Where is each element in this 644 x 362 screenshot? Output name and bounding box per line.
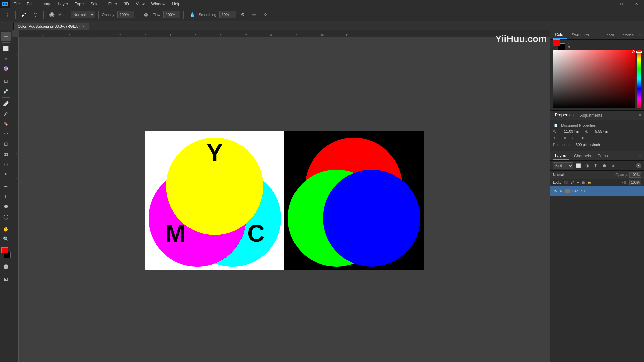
resolution-row: Resolution: 300 pixels/inch	[553, 143, 641, 147]
toolbar-divider-5	[183, 11, 184, 19]
dodge-tool[interactable]: ☀	[1, 169, 11, 179]
fill-input[interactable]	[629, 180, 641, 185]
menu-help[interactable]: Help	[169, 0, 184, 8]
swap-colors-icon[interactable]: ⇌	[568, 41, 571, 44]
x-label: X:	[553, 136, 561, 140]
shape-tool[interactable]: ◯	[1, 212, 11, 221]
pressure-opacity-icon[interactable]: ◎	[141, 10, 151, 19]
tab-filename: Color_AddSub.png @ 33.3% (RGB/8)	[18, 24, 80, 28]
blur-tool[interactable]: ◌	[1, 159, 11, 169]
menu-3d[interactable]: 3D	[120, 0, 132, 8]
wand-tool[interactable]: 🔮	[1, 64, 11, 73]
heal-tool[interactable]: 🩹	[1, 99, 11, 108]
layers-tab[interactable]: Layers	[553, 152, 569, 160]
color-header: Color Swatches Learn Libraries ≡	[550, 30, 644, 40]
path-tool[interactable]: ⬟	[1, 202, 11, 211]
adjustments-tab[interactable]: Adjustments	[578, 112, 604, 119]
width-value: 11.097 in	[564, 129, 579, 133]
lasso-tool[interactable]: ⌖	[1, 54, 11, 63]
document-tab[interactable]: Color_AddSub.png @ 33.3% (RGB/8) ✕	[13, 23, 89, 30]
minimize-button[interactable]: ─	[599, 0, 614, 8]
menu-file[interactable]: File	[10, 0, 23, 8]
learn-link[interactable]: Learn	[605, 33, 614, 37]
move-tool-icon[interactable]: ⊹	[3, 10, 12, 19]
menu-view[interactable]: View	[132, 0, 148, 8]
lock-image-icon[interactable]: 🖌	[571, 181, 574, 184]
color-picker-gradient[interactable]	[553, 50, 635, 108]
filter-type-icon[interactable]: T	[592, 162, 599, 169]
menu-window[interactable]: Window	[148, 0, 169, 8]
menu-filter[interactable]: Filter	[105, 0, 121, 8]
filter-toggle[interactable]: ●	[636, 163, 641, 168]
lock-artboard-icon[interactable]: ⊞	[582, 181, 585, 184]
flow-input[interactable]	[163, 11, 180, 18]
ps-icon: Ps	[2, 2, 8, 6]
restore-button[interactable]: □	[614, 0, 629, 8]
color-spectrum-bar[interactable]	[637, 50, 641, 108]
filter-adjustment-icon[interactable]: ◑	[583, 162, 591, 169]
y-label: Y:	[571, 136, 579, 140]
history-brush-tool[interactable]: ↩	[1, 129, 11, 138]
color-panel-menu-icon[interactable]: ≡	[639, 33, 641, 37]
foreground-color-chip[interactable]	[1, 247, 8, 253]
channels-tab[interactable]: Channels	[572, 152, 593, 160]
screen-mode-tool[interactable]: ⬕	[1, 274, 11, 284]
layers-menu-icon[interactable]: ≡	[639, 154, 641, 158]
menu-select[interactable]: Select	[87, 0, 105, 8]
symmetry-icon[interactable]: ⟡	[261, 10, 270, 19]
brush-settings-icon[interactable]: 🔘	[47, 10, 56, 19]
properties-content: 📄 Document Properties W: 11.097 in H: 5.…	[550, 120, 644, 151]
menu-layer[interactable]: Layer	[55, 0, 71, 8]
filter-shape-icon[interactable]: ⬟	[601, 162, 608, 169]
libraries-link[interactable]: Libraries	[620, 33, 634, 37]
filter-smart-icon[interactable]: ◈	[609, 162, 617, 169]
lock-position-icon[interactable]: ✛	[577, 181, 579, 184]
properties-tab[interactable]: Properties	[553, 111, 576, 119]
opacity-input[interactable]	[117, 11, 134, 18]
layer-visibility-icon[interactable]: 👁	[553, 188, 558, 194]
smoothing-input[interactable]	[219, 11, 236, 18]
brush-preset-icon[interactable]: ⬡	[31, 10, 40, 19]
mode-select[interactable]: Normal Dissolve Multiply Screen	[71, 11, 95, 18]
menu-edit[interactable]: Edit	[23, 0, 37, 8]
brush-tool[interactable]: 🖌	[1, 109, 11, 118]
smoothing-settings-icon[interactable]: ⚙	[238, 10, 248, 19]
text-tool[interactable]: T	[1, 192, 11, 201]
gradient-tool[interactable]: ▦	[1, 149, 11, 159]
clone-tool[interactable]: 🔖	[1, 119, 11, 128]
crop-tool[interactable]: ⊡	[1, 76, 11, 86]
move-tool[interactable]: ✛	[1, 32, 11, 41]
zoom-tool[interactable]: 🔍	[1, 234, 11, 244]
tablet-angle-icon[interactable]: ✏	[250, 10, 259, 19]
layer-expand-icon[interactable]: ▶	[560, 189, 563, 193]
lock-all-icon[interactable]: 🔒	[587, 181, 591, 184]
swatches-tab[interactable]: Swatches	[570, 31, 591, 39]
properties-menu-icon[interactable]: ≡	[639, 113, 641, 118]
lock-transparent-icon[interactable]: ⬛	[564, 181, 568, 184]
eraser-tool[interactable]: ◻	[1, 139, 11, 148]
filter-pixel-icon[interactable]: ⬜	[575, 162, 582, 169]
marquee-tool[interactable]: ⬜	[1, 44, 11, 53]
fg-color-chip[interactable]	[553, 39, 560, 46]
paths-tab[interactable]: Paths	[596, 152, 610, 160]
menu-type[interactable]: Type	[71, 0, 87, 8]
quick-mask-tool[interactable]: ⬤	[1, 262, 11, 271]
height-value: 5.557 in	[595, 129, 608, 133]
tab-close-icon[interactable]: ✕	[82, 25, 85, 28]
airbrush-icon[interactable]: 💧	[187, 10, 197, 19]
pen-tool[interactable]: ✒	[1, 182, 11, 191]
resolution-value: 300 pixels/inch	[576, 143, 600, 147]
reset-colors-icon[interactable]: ↺	[568, 45, 571, 49]
tool-divider-7	[2, 260, 10, 260]
layer-opacity-input[interactable]	[629, 172, 641, 178]
hand-tool[interactable]: ✋	[1, 224, 11, 234]
eyedropper-tool[interactable]: 💉	[1, 86, 11, 96]
layers-section: Layers Channels Paths ≡ Kind ⬜ ◑ T ⬟ ◈ ●…	[550, 151, 644, 362]
color-tab[interactable]: Color	[553, 31, 567, 39]
layer-group-1[interactable]: 👁 ▶ Group 1	[550, 186, 644, 196]
close-button[interactable]: ✕	[629, 0, 644, 8]
kind-filter-select[interactable]: Kind	[553, 162, 573, 169]
brush-tool-icon[interactable]: 🖌	[19, 10, 29, 19]
menu-image[interactable]: Image	[37, 0, 55, 8]
layers-filter-row: Normal Opacity:	[550, 171, 644, 179]
